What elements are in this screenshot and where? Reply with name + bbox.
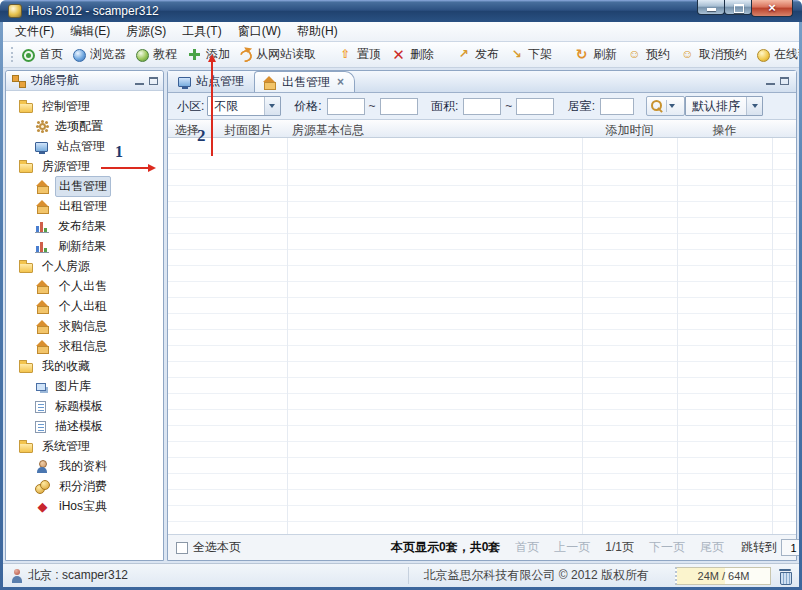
gem-icon: ◆	[35, 499, 50, 514]
column-select[interactable]: 选择	[175, 122, 199, 139]
trash-icon[interactable]	[779, 569, 791, 583]
search-button[interactable]	[646, 96, 685, 116]
minimize-button[interactable]	[697, 0, 725, 15]
sidebar-item-ihos-treasure[interactable]: ◆iHos宝典	[6, 496, 163, 516]
menu-edit[interactable]: 编辑(E)	[62, 22, 118, 42]
unpublish-button[interactable]: ↘ 下架	[504, 44, 557, 65]
sidebar-item-refresh-results[interactable]: 刷新结果	[6, 236, 163, 256]
menu-file[interactable]: 文件(F)	[7, 22, 62, 42]
area-max-input[interactable]	[516, 98, 554, 115]
column-added-time[interactable]: 添加时间	[582, 122, 677, 139]
prev-page-link[interactable]: 上一页	[554, 539, 590, 556]
sort-dropdown[interactable]: 默认排序	[685, 96, 763, 116]
sidebar-item-option-config[interactable]: 选项配置	[6, 116, 163, 136]
menu-window[interactable]: 窗口(W)	[230, 22, 289, 42]
reserve-icon: ☺	[627, 47, 642, 62]
column-divider	[582, 138, 583, 534]
sidebar-item-listing-management[interactable]: 房源管理	[6, 156, 163, 176]
menu-bar: 文件(F) 编辑(E) 房源(S) 工具(T) 窗口(W) 帮助(H)	[3, 22, 799, 42]
sidebar-item-my-favorites[interactable]: 我的收藏	[6, 356, 163, 376]
panel-maximize-icon[interactable]	[149, 77, 158, 85]
price-min-input[interactable]	[327, 98, 365, 115]
tutorial-button[interactable]: 教程	[131, 44, 182, 65]
gear-icon	[39, 123, 46, 130]
status-bar: 北京 : scamper312 北京益思尔科技有限公司 © 2012 版权所有 …	[3, 563, 799, 587]
monitor-icon	[35, 142, 48, 152]
panel-minimize-icon[interactable]	[135, 77, 144, 85]
pin-top-button[interactable]: ⇧ 置顶	[333, 44, 386, 65]
folder-icon	[19, 363, 33, 373]
bar-chart-icon	[35, 220, 49, 233]
table-header: 选择 封面图片 房源基本信息 添加时间 操作	[168, 120, 796, 138]
price-label: 价格:	[294, 98, 321, 115]
online-help-button[interactable]: 在线帮助	[752, 44, 799, 65]
panel-maximize-icon[interactable]	[780, 77, 789, 85]
read-from-site-button[interactable]: 从网站读取	[235, 44, 321, 65]
dropdown-button[interactable]	[264, 97, 280, 115]
sidebar-item-sale-management[interactable]: 出售管理	[6, 176, 163, 196]
delete-x-icon: ✕	[391, 47, 406, 62]
close-button[interactable]	[751, 0, 793, 17]
sidebar-item-image-library[interactable]: 图片库	[6, 376, 163, 396]
person-icon	[35, 459, 50, 474]
sidebar-header: 功能导航	[6, 71, 163, 91]
district-label: 小区:	[177, 98, 204, 115]
sidebar-panel: 功能导航 控制管理 选项配置 站点管理 房源管理 出售管理 出租管理 发布结果 …	[5, 70, 164, 561]
delete-button[interactable]: ✕ 删除	[386, 44, 439, 65]
sidebar-item-site-management[interactable]: 站点管理	[6, 136, 163, 156]
column-actions[interactable]: 操作	[677, 122, 772, 139]
sidebar-item-description-templates[interactable]: 描述模板	[6, 416, 163, 436]
sidebar-item-personal-rent[interactable]: 个人出租	[6, 296, 163, 316]
sidebar-item-system-management[interactable]: 系统管理	[6, 436, 163, 456]
maximize-button[interactable]	[724, 0, 752, 15]
house-icon	[35, 299, 50, 314]
district-dropdown[interactable]: 不限	[207, 96, 281, 116]
area-min-input[interactable]	[463, 98, 501, 115]
sort-value: 默认排序	[686, 98, 746, 115]
price-max-input[interactable]	[380, 98, 418, 115]
sidebar-item-title-templates[interactable]: 标题模板	[6, 396, 163, 416]
photos-icon	[36, 383, 46, 391]
page-indicator: 1/1页	[605, 539, 634, 556]
search-icon	[650, 99, 664, 113]
next-page-link[interactable]: 下一页	[649, 539, 685, 556]
sidebar-item-rent-requests[interactable]: 求租信息	[6, 336, 163, 356]
table-body	[168, 138, 796, 534]
home-button[interactable]: 首页	[17, 44, 68, 65]
menu-help[interactable]: 帮助(H)	[289, 22, 346, 42]
sidebar-item-personal-sale[interactable]: 个人出售	[6, 276, 163, 296]
tab-close-icon[interactable]: ×	[337, 75, 344, 89]
sidebar-item-buy-requests[interactable]: 求购信息	[6, 316, 163, 336]
chevron-down-icon	[752, 104, 758, 111]
sidebar-item-control-management[interactable]: 控制管理	[6, 96, 163, 116]
navigation-tree: 控制管理 选项配置 站点管理 房源管理 出售管理 出租管理 发布结果 刷新结果 …	[6, 96, 163, 560]
select-all-checkbox[interactable]	[176, 542, 188, 554]
sidebar-item-rent-management[interactable]: 出租管理	[6, 196, 163, 216]
reserve-button[interactable]: ☺ 预约	[622, 44, 675, 65]
browser-button[interactable]: 浏览器	[68, 44, 131, 65]
menu-listing[interactable]: 房源(S)	[118, 22, 174, 42]
sidebar-item-my-profile[interactable]: 我的资料	[6, 456, 163, 476]
publish-button[interactable]: ↗ 发布	[451, 44, 504, 65]
plus-icon	[187, 47, 202, 62]
sidebar-item-personal-listings[interactable]: 个人房源	[6, 256, 163, 276]
panel-minimize-icon[interactable]	[766, 77, 775, 85]
rooms-input[interactable]	[600, 98, 634, 115]
page-jump-stepper	[781, 539, 799, 556]
sidebar-item-points-consumption[interactable]: 积分消费	[6, 476, 163, 496]
first-page-link[interactable]: 首页	[515, 539, 539, 556]
refresh-button[interactable]: ↻ 刷新	[569, 44, 622, 65]
column-cover-image[interactable]: 封面图片	[224, 122, 272, 139]
sidebar-item-publish-results[interactable]: 发布结果	[6, 216, 163, 236]
cancel-reserve-button[interactable]: ☺ 取消预约	[675, 44, 752, 65]
house-icon	[35, 179, 50, 194]
menu-tools[interactable]: 工具(T)	[174, 22, 229, 42]
column-listing-info[interactable]: 房源基本信息	[292, 122, 364, 139]
tab-sale-management[interactable]: 出售管理 ×	[254, 71, 355, 92]
chevron-down-icon	[269, 104, 275, 111]
last-page-link[interactable]: 尾页	[700, 539, 724, 556]
dropdown-button[interactable]	[746, 97, 762, 115]
price-range-separator: ~	[369, 99, 376, 113]
house-icon	[35, 279, 50, 294]
jump-page-input[interactable]	[781, 539, 799, 556]
